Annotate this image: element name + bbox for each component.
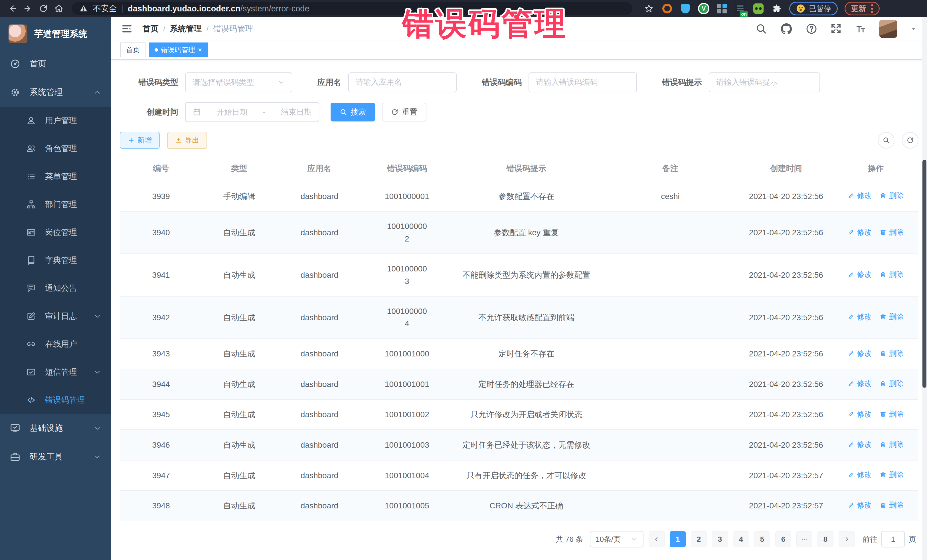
more-pages-button[interactable] (796, 531, 812, 547)
sidebar-subitem-6[interactable]: 通知公告 (0, 274, 111, 302)
delete-link[interactable]: 删除 (880, 226, 904, 238)
error-code-input[interactable] (536, 78, 629, 87)
tag-home[interactable]: 首页 (120, 42, 146, 57)
sidebar-subitem-0[interactable]: 用户管理 (0, 107, 111, 135)
toggle-search-button[interactable] (878, 132, 895, 149)
edit-link[interactable]: 修改 (848, 311, 872, 322)
header-actions (755, 20, 917, 38)
page-button-1-active[interactable]: 1 (670, 531, 686, 547)
delete-link[interactable]: 删除 (880, 348, 904, 359)
extension-green-v-icon[interactable]: V (698, 3, 710, 14)
github-icon[interactable] (780, 22, 793, 35)
edit-link[interactable]: 修改 (848, 499, 872, 511)
cell-id: 3939 (120, 181, 202, 212)
add-button[interactable]: 新增 (120, 132, 160, 149)
goto-page-input[interactable] (881, 531, 905, 548)
cell-error-hint: 定时任务不存在 (451, 339, 602, 369)
page-button-5[interactable]: 5 (754, 531, 770, 547)
page-button-2[interactable]: 2 (691, 531, 707, 547)
delete-link[interactable]: 删除 (880, 311, 904, 322)
breadcrumb-system[interactable]: 系统管理 (170, 23, 202, 34)
font-size-icon[interactable] (854, 23, 866, 35)
scrollbar-thumb[interactable] (922, 160, 926, 388)
extension-orange-ring-icon[interactable] (661, 3, 673, 14)
chevron-down-icon (631, 536, 638, 543)
extensions-puzzle-icon[interactable] (771, 3, 783, 14)
sidebar-subitem-4[interactable]: 岗位管理 (0, 219, 111, 246)
delete-link[interactable]: 删除 (880, 469, 904, 480)
edit-link[interactable]: 修改 (848, 348, 872, 359)
error-hint-input[interactable] (716, 78, 813, 87)
sidebar-item-2[interactable]: 基础设施 (0, 414, 111, 443)
browser-update-pill[interactable]: 更新 (845, 2, 880, 15)
tag-error-code-active[interactable]: 错误码管理 × (149, 42, 208, 57)
extension-tampermonkey-icon[interactable] (753, 3, 764, 14)
sidebar-subitem-10-active[interactable]: 错误码管理 (0, 386, 111, 414)
sidebar-subitem-9[interactable]: 短信管理 (0, 358, 111, 386)
export-button[interactable]: 导出 (167, 132, 207, 149)
delete-link[interactable]: 删除 (880, 408, 904, 420)
profile-paused-pill[interactable]: 已暂停 (789, 2, 838, 15)
prev-page-button[interactable] (649, 531, 664, 547)
fullscreen-icon[interactable] (830, 23, 842, 35)
sidebar-subitem-2[interactable]: 菜单管理 (0, 162, 111, 190)
delete-link[interactable]: 删除 (880, 190, 904, 201)
extension-blue-gem-icon[interactable] (680, 3, 691, 14)
page-button-6[interactable]: 6 (775, 531, 791, 547)
edit-link[interactable]: 修改 (848, 378, 872, 389)
hamburger-icon[interactable] (121, 23, 133, 35)
help-icon[interactable] (805, 23, 818, 35)
page-button-8[interactable]: 8 (818, 531, 833, 547)
date-start-placeholder: 开始日期 (216, 107, 247, 117)
app-logo-row[interactable]: 芋道管理系统 (0, 17, 111, 50)
date-range-picker[interactable]: 开始日期 - 结束日期 (185, 102, 319, 122)
next-page-button[interactable] (839, 531, 854, 547)
search-button[interactable]: 搜索 (331, 103, 375, 121)
user-avatar[interactable] (879, 20, 897, 38)
sidebar-subitem-5[interactable]: 字典管理 (0, 246, 111, 274)
page-size-select[interactable]: 10条/页 (590, 531, 643, 548)
paused-label: 已暂停 (809, 4, 831, 14)
edit-link[interactable]: 修改 (848, 408, 872, 420)
edit-link[interactable]: 修改 (848, 190, 872, 201)
delete-link[interactable]: 删除 (880, 269, 904, 280)
home-icon[interactable] (53, 2, 65, 15)
edit-link[interactable]: 修改 (848, 226, 872, 238)
sidebar-item-3[interactable]: 研发工具 (0, 443, 111, 471)
edit-link[interactable]: 修改 (848, 469, 872, 480)
reload-icon[interactable] (37, 2, 50, 15)
refresh-table-button[interactable] (902, 132, 918, 149)
delete-link[interactable]: 删除 (880, 378, 904, 389)
edit-link[interactable]: 修改 (848, 439, 872, 450)
sidebar-subitem-3[interactable]: 部门管理 (0, 190, 111, 219)
window-scrollbar[interactable] (922, 17, 927, 560)
cell-remark: ceshi (602, 181, 739, 212)
table-row: 3947自动生成dashboard1001001004只有开启状态的任务，才可以… (120, 460, 918, 491)
sidebar-subitem-8[interactable]: 在线用户 (0, 330, 111, 358)
cell-error-hint: 只有开启状态的任务，才可以修改 (451, 460, 602, 491)
error-type-select[interactable]: 请选择错误码类型 (185, 73, 292, 93)
sidebar-item-1[interactable]: 系统管理 (0, 78, 111, 107)
avatar-caret-down-icon[interactable] (910, 25, 917, 32)
page-button-4[interactable]: 4 (733, 531, 749, 547)
sidebar-subitem-7[interactable]: 审计日志 (0, 302, 111, 330)
reset-button[interactable]: 重置 (382, 103, 426, 121)
delete-link[interactable]: 删除 (880, 499, 904, 511)
table-row: 3948自动生成dashboard1001001005CRON 表达式不正确20… (120, 490, 918, 521)
delete-link[interactable]: 删除 (880, 439, 904, 450)
app-name-input[interactable] (356, 78, 449, 87)
forward-icon[interactable] (22, 2, 34, 15)
edit-link[interactable]: 修改 (848, 269, 872, 280)
bookmark-star-icon[interactable] (643, 3, 655, 14)
extension-dark-on-icon[interactable]: on (734, 3, 746, 14)
sidebar-item-0[interactable]: 首页 (0, 50, 111, 78)
extension-grid-icon[interactable] (716, 3, 728, 14)
sidebar-subitem-1[interactable]: 角色管理 (0, 135, 111, 162)
breadcrumb-home[interactable]: 首页 (143, 23, 159, 34)
back-icon[interactable] (6, 2, 19, 15)
page-button-3[interactable]: 3 (712, 531, 728, 547)
browser-menu-icon[interactable] (871, 4, 873, 13)
search-icon[interactable] (755, 23, 767, 35)
tag-close-icon[interactable]: × (198, 47, 202, 53)
cell-app-name: dashboard (276, 399, 363, 430)
